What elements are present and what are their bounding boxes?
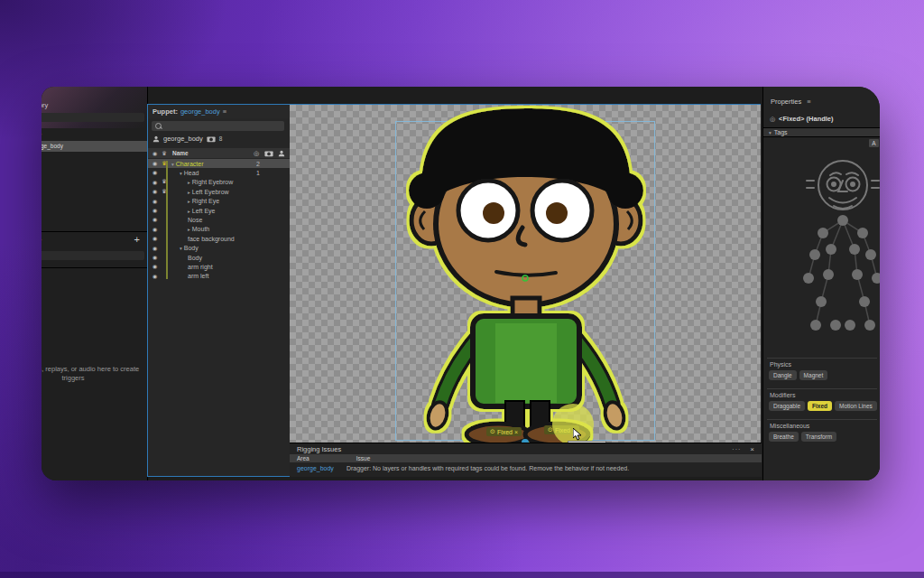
visibility-eye-icon[interactable]: ◉ <box>152 179 157 185</box>
tag-button-breathe[interactable]: Breathe <box>769 432 799 442</box>
misc-section-label: Miscellaneous <box>770 423 809 429</box>
area-column-header: Area <box>297 455 310 461</box>
modifiers-section-label: Modifiers <box>770 392 795 398</box>
tag-diagram[interactable] <box>763 143 880 356</box>
tree-row[interactable]: ◉arm left <box>148 272 290 281</box>
selected-handle-label: <Fixed> (Handle) <box>779 115 833 123</box>
person-column-icon[interactable] <box>278 150 285 157</box>
tag-button-transform[interactable]: Transform <box>801 432 836 442</box>
tag-button-draggable[interactable]: Draggable <box>769 401 805 411</box>
tag-icon: ⊙ <box>490 428 495 435</box>
puppet-name-link[interactable]: george_body <box>180 107 220 116</box>
tree-row-label: ▸Right Eyebrow <box>188 179 233 185</box>
visibility-eye-icon[interactable]: ◉ <box>152 273 157 279</box>
visibility-eye-icon[interactable]: ◉ <box>152 198 157 204</box>
tags-section-label: Tags <box>774 129 788 135</box>
rigging-issues-header: Rigging Issues ··· × <box>290 443 762 454</box>
tags-section-bar[interactable]: ▾ Tags <box>763 127 880 137</box>
chevron-right-icon[interactable]: ▸ <box>188 199 190 204</box>
tree-row-label: Nose <box>188 217 202 223</box>
tag-button-dangle[interactable]: Dangle <box>769 370 797 380</box>
divider <box>42 267 147 268</box>
issue-text: Dragger: No layers or handles with requi… <box>346 465 629 471</box>
visibility-eye-icon[interactable]: ◉ <box>152 188 157 194</box>
selected-handle-row: ◎ <Fixed> (Handle) <box>770 115 834 123</box>
tag-count: 1 <box>256 170 260 176</box>
camera-column-icon[interactable] <box>264 150 273 157</box>
fixed-tag-left-foot[interactable]: ⊙ Fixed × <box>486 427 522 436</box>
puppet-tree-rows: ◉♛▾Character2◉▾Head1◉♛▸Right Eyebrow◉♛▸L… <box>148 159 290 281</box>
puppet-list-selected-row[interactable]: george_body <box>42 141 147 152</box>
more-options-icon[interactable]: ··· <box>732 446 741 452</box>
tree-row[interactable]: ◉Nose <box>148 215 290 224</box>
visibility-eye-icon[interactable]: ◉ <box>152 235 157 241</box>
visibility-eye-icon[interactable]: ◉ <box>152 160 157 166</box>
history-filter-bar[interactable] <box>42 113 144 122</box>
puppet-list-item-label: george_body <box>42 143 63 149</box>
divider <box>767 388 877 389</box>
puppet-character-drawing <box>290 105 761 443</box>
chevron-right-icon[interactable]: ▸ <box>188 227 190 232</box>
chevron-right-icon[interactable]: ▸ <box>188 209 190 214</box>
tree-row[interactable]: ◉♛▸Left Eyebrow <box>148 187 290 196</box>
chevron-right-icon[interactable]: ▸ <box>188 190 190 195</box>
tag-scope-guideline <box>166 161 168 279</box>
tree-row[interactable]: ◉face background <box>148 234 290 243</box>
tree-row[interactable]: ◉Body <box>148 253 290 262</box>
misc-buttons: BreatheTransform <box>769 432 836 442</box>
visibility-eye-icon[interactable]: ◉ <box>152 254 157 260</box>
visibility-eye-icon[interactable]: ◉ <box>152 263 157 269</box>
camera-icon <box>207 135 216 143</box>
chevron-down-icon[interactable]: ▾ <box>180 246 182 251</box>
chevron-down-icon[interactable]: ▾ <box>180 171 182 176</box>
modifiers-buttons: DraggableFixedMotion Lines <box>769 401 877 411</box>
crown-column-icon: ♛ <box>162 150 167 157</box>
puppet-canvas[interactable]: ⊙ Fixed × ⊙ Fixed × Remove tag <box>290 105 761 443</box>
tree-row-label: Body <box>188 255 202 261</box>
tree-row[interactable]: ◉♛▾Character2 <box>148 159 290 168</box>
tag-button-fixed[interactable]: Fixed <box>808 401 832 411</box>
scene-item-bar[interactable] <box>42 251 144 260</box>
visibility-eye-icon[interactable]: ◉ <box>152 207 157 213</box>
tree-row[interactable]: ◉arm right <box>148 262 290 271</box>
visibility-column-icon[interactable]: ◉ <box>152 150 157 156</box>
history-panel-title: History <box>42 101 48 109</box>
visibility-eye-icon[interactable]: ◉ <box>152 245 157 251</box>
visibility-eye-icon[interactable]: ◉ <box>152 226 157 232</box>
record-column-icon[interactable]: ◎ <box>254 150 259 157</box>
chevron-down-icon[interactable]: ▾ <box>171 162 174 167</box>
tag-button-magnet[interactable]: Magnet <box>799 370 828 380</box>
divider <box>767 419 877 420</box>
tree-row[interactable]: ◉▸Right Eye <box>148 197 290 206</box>
chevron-right-icon[interactable]: ▸ <box>188 180 190 185</box>
tree-row[interactable]: ◉♛▸Right Eyebrow <box>148 178 290 187</box>
tree-row[interactable]: ◉▸Mouth <box>148 225 290 234</box>
visibility-eye-icon[interactable]: ◉ <box>152 216 157 222</box>
add-button[interactable]: + <box>134 234 140 245</box>
person-icon <box>152 135 160 143</box>
properties-header: Properties ≡ <box>771 98 811 106</box>
puppet-root-row[interactable]: george_body 8 <box>152 135 222 143</box>
tree-row-label: ▸Left Eye <box>188 208 215 214</box>
table-row: george_bodyDragger: No layers or handles… <box>290 463 762 473</box>
tree-row-label: ▸Mouth <box>188 226 209 232</box>
rigging-issues-title: Rigging Issues <box>297 445 341 453</box>
tag-button-motion-lines[interactable]: Motion Lines <box>835 401 877 411</box>
tree-row[interactable]: ◉▾Body <box>148 244 290 253</box>
close-panel-icon[interactable]: × <box>750 445 754 453</box>
tree-row[interactable]: ◉▸Left Eye <box>148 206 290 215</box>
issue-area-link[interactable]: george_body <box>297 465 334 471</box>
remove-tag-tooltip: Remove tag <box>568 441 606 443</box>
tree-row[interactable]: ◉▾Head1 <box>148 168 290 177</box>
panel-menu-icon[interactable]: ≡ <box>223 107 226 116</box>
search-input[interactable] <box>152 121 284 131</box>
remove-tag-icon[interactable]: × <box>514 429 518 435</box>
window-corner-glare <box>42 87 147 128</box>
physics-section-label: Physics <box>770 361 791 368</box>
physics-buttons: DangleMagnet <box>769 370 827 380</box>
tag-count: 2 <box>256 161 260 167</box>
visibility-eye-icon[interactable]: ◉ <box>152 169 157 175</box>
puppet-panel: Puppet: george_body ≡ george_body 8 ◉ ♛ … <box>148 105 291 476</box>
panel-menu-icon[interactable]: ≡ <box>807 98 810 106</box>
rigging-issues-panel: Rigging Issues ··· × Area Issue george_b… <box>290 443 762 477</box>
